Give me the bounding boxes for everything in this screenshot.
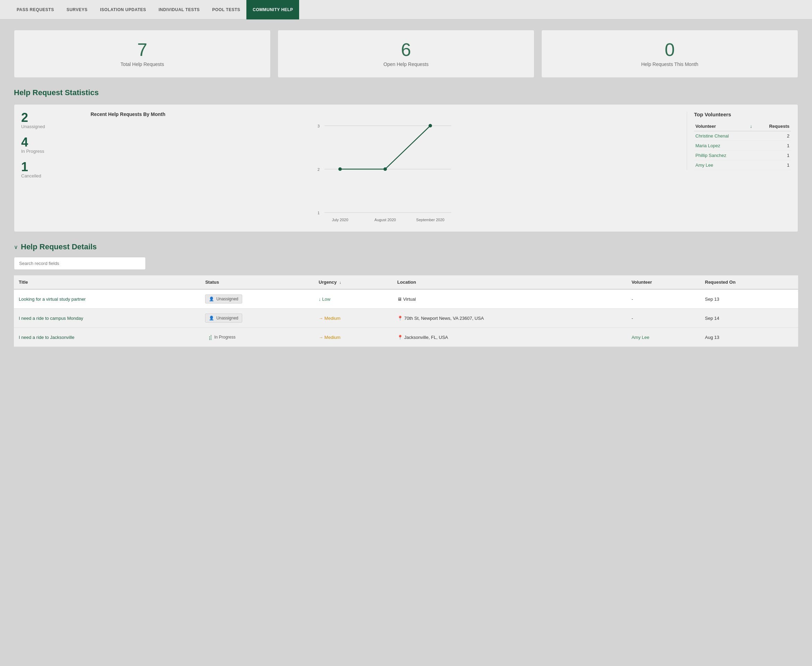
top-volunteers-table: Volunteer ↓ Requests Christine Chenal 2 … xyxy=(694,122,791,170)
svg-text:3: 3 xyxy=(317,124,320,128)
nav-item-individual-tests[interactable]: INDIVIDUAL TESTS xyxy=(152,0,206,20)
table-row: I need a ride to campus Monday 👤 Unassig… xyxy=(14,309,798,328)
svg-point-6 xyxy=(338,167,342,171)
svg-text:September 2020: September 2020 xyxy=(416,218,444,222)
nav-item-surveys[interactable]: SURVEYS xyxy=(60,0,94,20)
urgency-arrow-icon: ↓ xyxy=(319,297,321,302)
row-date: Aug 13 xyxy=(700,328,799,347)
details-table: Title Status Urgency ↓ Location Voluntee… xyxy=(14,275,798,347)
table-row: Phillip Sanchez 1 xyxy=(694,151,791,160)
volunteer-name[interactable]: Christine Chenal xyxy=(694,131,748,141)
tv-empty xyxy=(748,131,756,141)
row-urgency: ↓ Low xyxy=(314,289,393,309)
col-location: Location xyxy=(393,275,627,289)
pin-icon: 📍 xyxy=(397,316,403,321)
col-urgency[interactable]: Urgency ↓ xyxy=(314,275,393,289)
volunteer-name[interactable]: Maria Lopez xyxy=(694,141,748,151)
pin-icon: 📍 xyxy=(397,335,403,340)
col-volunteer: Volunteer xyxy=(627,275,700,289)
stats-grid: 2 Unassigned 4 In Progress 1 Cancelled R… xyxy=(14,104,798,232)
mini-label: In Progress xyxy=(21,148,77,154)
row-location: 🖥Virtual xyxy=(393,289,627,309)
table-row: Maria Lopez 1 xyxy=(694,141,791,151)
person-icon: 👤 xyxy=(209,297,214,302)
row-title[interactable]: I need a ride to campus Monday xyxy=(14,309,200,328)
statistics-title: Help Request Statistics xyxy=(14,88,798,97)
title-link[interactable]: Looking for a virtual study partner xyxy=(19,297,86,302)
row-date: Sep 14 xyxy=(700,309,799,328)
stat-label: Total Help Requests xyxy=(21,61,263,67)
requests-count: 1 xyxy=(756,160,791,170)
volunteer-name[interactable]: Amy Lee xyxy=(694,160,748,170)
mini-stats: 2 Unassigned 4 In Progress 1 Cancelled xyxy=(21,112,84,178)
location-text: 🖥Virtual xyxy=(397,297,416,302)
stat-card-total: 7 Total Help Requests xyxy=(14,30,271,78)
details-header: ∨ Help Request Details xyxy=(14,242,798,251)
person-icon: 👤 xyxy=(209,316,214,320)
stat-label: Open Help Requests xyxy=(285,61,527,67)
table-row: I need a ride to Jacksonville ⣾ In Progr… xyxy=(14,328,798,347)
mini-stat-unassigned: 2 Unassigned xyxy=(21,112,77,129)
row-title[interactable]: I need a ride to Jacksonville xyxy=(14,328,200,347)
row-volunteer: - xyxy=(627,289,700,309)
nav-item-isolation-updates[interactable]: ISOLATION UPDATES xyxy=(94,0,152,20)
urgency-badge: → Medium xyxy=(319,335,340,340)
row-title[interactable]: Looking for a virtual study partner xyxy=(14,289,200,309)
row-date: Sep 13 xyxy=(700,289,799,309)
row-status: 👤 Unassigned xyxy=(200,309,314,328)
requests-count: 1 xyxy=(756,151,791,160)
col-requested-on: Requested On xyxy=(700,275,799,289)
title-link[interactable]: I need a ride to campus Monday xyxy=(19,316,83,321)
top-volunteers: Top Volunteers Volunteer ↓ Requests Chri… xyxy=(687,112,791,170)
mini-num: 4 xyxy=(21,136,77,148)
table-row: Christine Chenal 2 xyxy=(694,131,791,141)
urgency-badge: ↓ Low xyxy=(319,297,330,302)
spinner-icon: ⣾ xyxy=(209,335,212,340)
tv-empty xyxy=(748,160,756,170)
nav-item-community-help[interactable]: COMMUNITY HELP xyxy=(247,0,299,20)
nav-item-pass-requests[interactable]: PASS REQUESTS xyxy=(10,0,60,20)
title-link[interactable]: I need a ride to Jacksonville xyxy=(19,335,74,340)
table-wrapper: Title Status Urgency ↓ Location Voluntee… xyxy=(14,275,798,347)
tv-empty xyxy=(748,151,756,160)
chart-title: Recent Help Requests By Month xyxy=(90,112,680,117)
row-urgency: → Medium xyxy=(314,328,393,347)
col-title: Title xyxy=(14,275,200,289)
table-row: Looking for a virtual study partner 👤 Un… xyxy=(14,289,798,309)
mini-label: Unassigned xyxy=(21,124,77,129)
row-status: 👤 Unassigned xyxy=(200,289,314,309)
search-input[interactable] xyxy=(14,257,146,270)
top-volunteers-title: Top Volunteers xyxy=(694,112,791,117)
row-volunteer: Amy Lee xyxy=(627,328,700,347)
tv-col-sort[interactable]: ↓ xyxy=(748,122,756,131)
main-content: 7 Total Help Requests 6 Open Help Reques… xyxy=(0,20,812,357)
stat-card-open: 6 Open Help Requests xyxy=(278,30,534,78)
navigation: PASS REQUESTSSURVEYSISOLATION UPDATESIND… xyxy=(0,0,812,20)
tv-col-requests: Requests xyxy=(756,122,791,131)
svg-point-7 xyxy=(383,167,387,171)
table-header-row: Title Status Urgency ↓ Location Voluntee… xyxy=(14,275,798,289)
tv-empty xyxy=(748,141,756,151)
volunteer-text: - xyxy=(631,297,633,302)
requests-count: 2 xyxy=(756,131,791,141)
mini-label: Cancelled xyxy=(21,173,77,178)
mini-num: 2 xyxy=(21,112,77,124)
row-location: 📍Jacksonville, FL, USA xyxy=(393,328,627,347)
stat-number: 7 xyxy=(21,41,263,59)
volunteer-name[interactable]: Phillip Sanchez xyxy=(694,151,748,160)
svg-point-8 xyxy=(429,124,432,127)
svg-text:July 2020: July 2020 xyxy=(332,218,348,222)
statistics-section: Help Request Statistics 2 Unassigned 4 I… xyxy=(14,88,798,232)
requests-count: 1 xyxy=(756,141,791,151)
status-badge: 👤 Unassigned xyxy=(205,295,242,303)
mini-stat-cancelled: 1 Cancelled xyxy=(21,161,77,178)
volunteer-link[interactable]: Amy Lee xyxy=(631,335,649,340)
row-volunteer: - xyxy=(627,309,700,328)
urgency-arrow-icon: → xyxy=(319,316,323,321)
chart-area: 3 2 1 Ju xyxy=(90,120,680,225)
stat-cards-container: 7 Total Help Requests 6 Open Help Reques… xyxy=(14,30,798,78)
nav-item-pool-tests[interactable]: POOL TESTS xyxy=(206,0,247,20)
mini-num: 1 xyxy=(21,161,77,173)
status-badge: 👤 Unassigned xyxy=(205,313,242,323)
urgency-arrow-icon: → xyxy=(319,335,323,340)
